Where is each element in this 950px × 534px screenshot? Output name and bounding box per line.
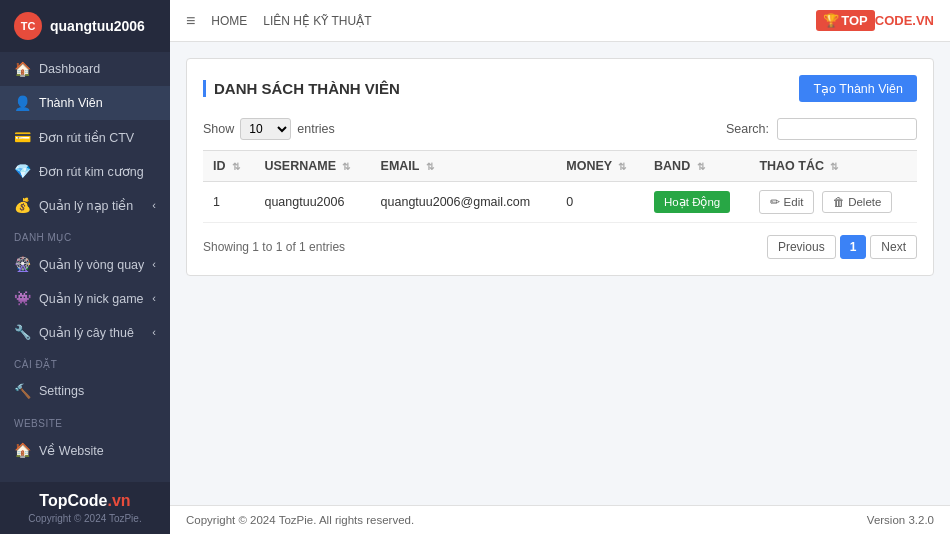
previous-button[interactable]: Previous bbox=[767, 235, 836, 259]
page-footer: Copyright © 2024 TozPie. All rights rese… bbox=[170, 505, 950, 534]
cell-id: 1 bbox=[203, 182, 254, 223]
entries-label: entries bbox=[297, 122, 335, 136]
sidebar-item-dashboard[interactable]: 🏠 Dashboard bbox=[0, 52, 170, 86]
money-icon: 💰 bbox=[14, 197, 31, 213]
topbar-nav-home[interactable]: HOME bbox=[211, 14, 247, 28]
sidebar-nav: 🏠 Dashboard 👤 Thành Viên 💳 Đơn rút tiền … bbox=[0, 52, 170, 482]
col-id: ID ⇅ bbox=[203, 151, 254, 182]
col-actions: THAO TÁC ⇅ bbox=[749, 151, 917, 182]
settings-icon: 🔨 bbox=[14, 383, 31, 399]
footer-version: Version 3.2.0 bbox=[867, 514, 934, 526]
sidebar-item-label: Dashboard bbox=[39, 62, 100, 76]
members-table: ID ⇅ USERNAME ⇅ EMAIL ⇅ MONEY bbox=[203, 150, 917, 223]
main-area: ≡ HOME LIÊN HỆ KỸ THUẬT 🏆 TOP CODE.VN DA… bbox=[170, 0, 950, 534]
show-label: Show bbox=[203, 122, 234, 136]
sidebar-item-quan-ly-cay-thue[interactable]: 🔧 Quản lý cây thuê ‹ bbox=[0, 315, 170, 349]
cell-email: quangtuu2006@gmail.com bbox=[371, 182, 557, 223]
cell-actions: ✏ Edit 🗑 Delete bbox=[749, 182, 917, 223]
sidebar-item-label: Thành Viên bbox=[39, 96, 103, 110]
topbar-logo-box: 🏆 TOP bbox=[816, 10, 875, 31]
sort-arrows-email[interactable]: ⇅ bbox=[426, 161, 434, 172]
brand-icon: TC bbox=[14, 12, 42, 40]
wrench-icon: 🔧 bbox=[14, 324, 31, 340]
current-page[interactable]: 1 bbox=[840, 235, 867, 259]
delete-button[interactable]: 🗑 Delete bbox=[822, 191, 892, 213]
sidebar-item-don-rut-tien-ctv[interactable]: 💳 Đơn rút tiền CTV bbox=[0, 120, 170, 154]
status-badge: Hoạt Động bbox=[654, 191, 730, 213]
table-header-row: ID ⇅ USERNAME ⇅ EMAIL ⇅ MONEY bbox=[203, 151, 917, 182]
sort-arrows-actions[interactable]: ⇅ bbox=[830, 161, 838, 172]
delete-label: Delete bbox=[848, 196, 881, 208]
chevron-icon: ‹ bbox=[152, 292, 156, 304]
chevron-icon: ‹ bbox=[152, 258, 156, 270]
trash-icon: 🗑 bbox=[833, 196, 845, 208]
card-icon: 💳 bbox=[14, 129, 31, 145]
sidebar-footer: TopCode.vn Copyright © 2024 TozPie. bbox=[0, 482, 170, 534]
home-icon: 🏠 bbox=[14, 442, 31, 458]
main-card: DANH SÁCH THÀNH VIÊN Tạo Thành Viên Show… bbox=[186, 58, 934, 276]
sort-arrows-money[interactable]: ⇅ bbox=[618, 161, 626, 172]
topbar-nav: HOME LIÊN HỆ KỸ THUẬT bbox=[211, 14, 371, 28]
col-money: MONEY ⇅ bbox=[556, 151, 644, 182]
sort-arrows-id[interactable]: ⇅ bbox=[232, 161, 240, 172]
search-input[interactable] bbox=[777, 118, 917, 140]
entries-select[interactable]: 10 25 50 100 bbox=[240, 118, 291, 140]
game-icon: 👾 bbox=[14, 290, 31, 306]
sort-arrows-username[interactable]: ⇅ bbox=[342, 161, 350, 172]
footer-copyright: Copyright © 2024 TozPie. All rights rese… bbox=[186, 514, 414, 526]
sidebar-item-quan-ly-vong-quay[interactable]: 🎡 Quản lý vòng quay ‹ bbox=[0, 247, 170, 281]
footer-brand: TopCode.vn bbox=[14, 492, 156, 510]
cell-band: Hoạt Động bbox=[644, 182, 749, 223]
section-label-danh-muc: DANH MỤC bbox=[0, 222, 170, 247]
sidebar-brand[interactable]: TC quangtuu2006 bbox=[0, 0, 170, 52]
table-info: Showing 1 to 1 of 1 entries bbox=[203, 240, 345, 254]
table-controls-right: Search: bbox=[726, 118, 917, 140]
sidebar-item-label: Quản lý nick game bbox=[39, 291, 144, 306]
table-controls: Show 10 25 50 100 entries Search: bbox=[203, 118, 917, 140]
logo-prefix: TOP bbox=[841, 13, 868, 28]
cell-money: 0 bbox=[556, 182, 644, 223]
sidebar: TC quangtuu2006 🏠 Dashboard 👤 Thành Viên… bbox=[0, 0, 170, 534]
create-member-button[interactable]: Tạo Thành Viên bbox=[799, 75, 917, 102]
sidebar-brand-name: quangtuu2006 bbox=[50, 18, 145, 34]
sidebar-item-settings[interactable]: 🔨 Settings bbox=[0, 374, 170, 408]
pagination: Previous 1 Next bbox=[767, 235, 917, 259]
table-controls-left: Show 10 25 50 100 entries bbox=[203, 118, 335, 140]
col-email: EMAIL ⇅ bbox=[371, 151, 557, 182]
hamburger-icon[interactable]: ≡ bbox=[186, 12, 195, 30]
topbar-logo: 🏆 TOP CODE.VN bbox=[816, 10, 934, 31]
card-header: DANH SÁCH THÀNH VIÊN Tạo Thành Viên bbox=[203, 75, 917, 102]
spinner-icon: 🎡 bbox=[14, 256, 31, 272]
logo-suffix: CODE.VN bbox=[875, 13, 934, 28]
sidebar-item-label: Về Website bbox=[39, 443, 104, 458]
sidebar-item-label: Quản lý cây thuê bbox=[39, 325, 134, 340]
sidebar-item-label: Đơn rút tiền CTV bbox=[39, 130, 134, 145]
user-icon: 👤 bbox=[14, 95, 31, 111]
sort-arrows-band[interactable]: ⇅ bbox=[697, 161, 705, 172]
edit-label: Edit bbox=[784, 196, 804, 208]
search-label: Search: bbox=[726, 122, 769, 136]
footer-copyright: Copyright © 2024 TozPie. bbox=[14, 513, 156, 524]
topbar-logo-full: CODE.VN bbox=[875, 13, 934, 28]
table-footer: Showing 1 to 1 of 1 entries Previous 1 N… bbox=[203, 235, 917, 259]
col-band: BAND ⇅ bbox=[644, 151, 749, 182]
sidebar-item-quan-ly-nick-game[interactable]: 👾 Quản lý nick game ‹ bbox=[0, 281, 170, 315]
page-title: DANH SÁCH THÀNH VIÊN bbox=[203, 80, 400, 97]
topbar: ≡ HOME LIÊN HỆ KỸ THUẬT 🏆 TOP CODE.VN bbox=[170, 0, 950, 42]
sidebar-item-don-rut-kim-cuong[interactable]: 💎 Đơn rút kim cương bbox=[0, 154, 170, 188]
sidebar-item-thanh-vien[interactable]: 👤 Thành Viên bbox=[0, 86, 170, 120]
content-area: DANH SÁCH THÀNH VIÊN Tạo Thành Viên Show… bbox=[170, 42, 950, 505]
section-label-website: WEBSITE bbox=[0, 408, 170, 433]
chevron-icon: ‹ bbox=[152, 199, 156, 211]
sidebar-item-label: Đơn rút kim cương bbox=[39, 164, 144, 179]
sidebar-item-quan-ly-nap-tien[interactable]: 💰 Quản lý nạp tiền ‹ bbox=[0, 188, 170, 222]
edit-icon: ✏ bbox=[770, 196, 780, 208]
logo-icon-text: 🏆 bbox=[823, 13, 839, 28]
topbar-nav-lien-he[interactable]: LIÊN HỆ KỸ THUẬT bbox=[263, 14, 371, 28]
chevron-icon: ‹ bbox=[152, 326, 156, 338]
table-row: 1 quangtuu2006 quangtuu2006@gmail.com 0 … bbox=[203, 182, 917, 223]
next-button[interactable]: Next bbox=[870, 235, 917, 259]
edit-button[interactable]: ✏ Edit bbox=[759, 190, 814, 214]
cell-username: quangtuu2006 bbox=[254, 182, 370, 223]
sidebar-item-ve-website[interactable]: 🏠 Về Website bbox=[0, 433, 170, 467]
